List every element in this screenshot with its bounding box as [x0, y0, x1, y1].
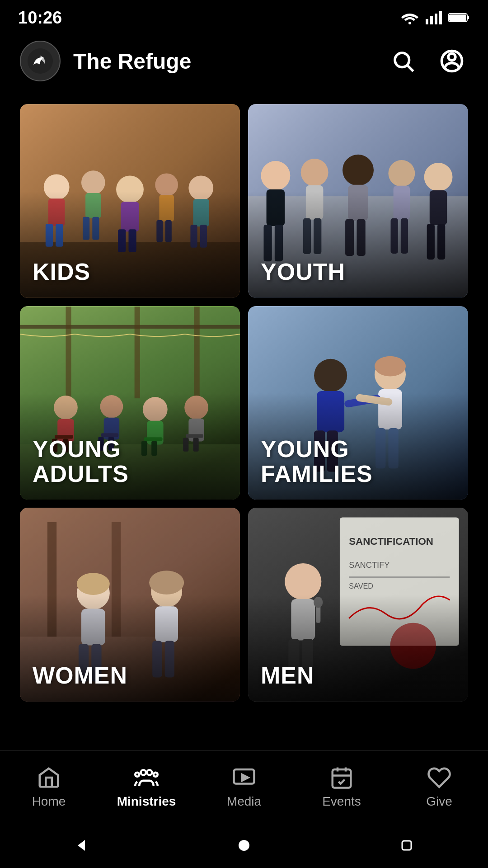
svg-point-43	[301, 159, 328, 186]
bottom-nav: Home Ministries Media Events	[0, 750, 488, 823]
nav-item-give[interactable]: Give	[390, 765, 488, 809]
men-label: MEN	[248, 652, 468, 702]
signal-icon	[426, 11, 442, 24]
ministry-card-young-families[interactable]: YOUNGFAMILIES	[248, 306, 468, 500]
svg-marker-138	[78, 840, 85, 851]
svg-rect-6	[467, 16, 469, 19]
svg-point-0	[408, 22, 411, 24]
svg-text:SANCTIFICATION: SANCTIFICATION	[349, 536, 433, 547]
ministry-card-young-adults[interactable]: YOUNGADULTS	[20, 306, 240, 500]
svg-rect-64	[194, 307, 200, 398]
young-families-label: YOUNGFAMILIES	[248, 426, 468, 500]
android-nav	[0, 823, 488, 868]
ministry-card-youth[interactable]: YOUTH	[248, 104, 468, 298]
svg-point-139	[239, 840, 249, 851]
svg-point-12	[448, 53, 455, 61]
svg-rect-7	[449, 14, 466, 21]
status-time: 10:26	[18, 8, 62, 28]
content-area: KIDS	[0, 90, 488, 833]
youth-label: YOUTH	[248, 249, 468, 298]
women-label: WOMEN	[20, 652, 240, 702]
svg-rect-62	[66, 307, 71, 398]
svg-rect-140	[402, 841, 411, 850]
ministry-card-kids[interactable]: KIDS	[20, 104, 240, 298]
ministry-grid: KIDS	[0, 90, 488, 711]
ministry-card-women[interactable]: WOMEN	[20, 508, 240, 702]
svg-point-131	[154, 772, 158, 776]
nav-media-label: Media	[227, 794, 261, 809]
svg-point-105	[77, 573, 110, 595]
header-left: The Refuge	[20, 41, 191, 81]
app-title: The Refuge	[73, 49, 191, 74]
nav-give-label: Give	[426, 794, 452, 809]
nav-item-home[interactable]: Home	[0, 765, 98, 809]
back-icon	[72, 836, 90, 854]
svg-point-129	[147, 770, 152, 775]
young-adults-label: YOUNGADULTS	[20, 426, 240, 500]
events-icon	[329, 765, 354, 790]
header-right	[387, 45, 468, 77]
nav-events-label: Events	[322, 794, 361, 809]
media-icon	[232, 765, 256, 790]
nav-home-label: Home	[32, 794, 66, 809]
profile-icon	[440, 49, 464, 73]
nav-item-events[interactable]: Events	[293, 765, 390, 809]
search-button[interactable]	[387, 45, 419, 77]
recents-icon	[398, 836, 416, 854]
status-icons	[400, 11, 470, 24]
header: The Refuge	[0, 32, 488, 90]
svg-point-47	[343, 155, 374, 186]
svg-text:SAVED: SAVED	[349, 582, 373, 590]
svg-point-9	[395, 53, 409, 67]
status-bar: 10:26	[0, 0, 488, 32]
ministries-icon	[134, 765, 159, 790]
svg-point-128	[141, 770, 146, 775]
android-back-button[interactable]	[68, 832, 95, 859]
svg-rect-134	[333, 769, 351, 788]
svg-rect-2	[430, 16, 433, 24]
wifi-icon	[400, 11, 419, 24]
kids-label: KIDS	[20, 249, 240, 298]
battery-icon	[448, 12, 470, 23]
svg-point-96	[375, 356, 406, 376]
home-icon	[37, 765, 61, 790]
svg-rect-1	[426, 19, 428, 24]
svg-point-51	[388, 160, 415, 187]
svg-text:SANCTIFY: SANCTIFY	[349, 560, 389, 570]
android-home-icon	[235, 836, 253, 854]
svg-point-39	[261, 161, 290, 190]
svg-point-55	[424, 163, 453, 191]
nav-ministries-label: Ministries	[117, 794, 176, 809]
logo-icon	[27, 47, 54, 75]
app-logo[interactable]	[20, 41, 61, 81]
svg-rect-4	[439, 11, 442, 24]
svg-point-110	[149, 571, 184, 594]
svg-point-88	[314, 359, 347, 392]
svg-rect-61	[20, 325, 240, 328]
android-home-button[interactable]	[230, 832, 258, 859]
nav-item-ministries[interactable]: Ministries	[98, 765, 195, 809]
svg-line-10	[408, 66, 413, 71]
give-icon	[427, 765, 451, 790]
profile-button[interactable]	[436, 45, 468, 77]
svg-point-130	[135, 772, 139, 776]
ministry-card-men[interactable]: SANCTIFICATION SANCTIFY SAVED	[248, 508, 468, 702]
svg-rect-3	[435, 14, 437, 24]
search-icon	[391, 49, 415, 73]
svg-rect-63	[135, 307, 140, 398]
svg-marker-133	[242, 774, 249, 781]
android-recents-button[interactable]	[393, 832, 420, 859]
nav-item-media[interactable]: Media	[195, 765, 293, 809]
